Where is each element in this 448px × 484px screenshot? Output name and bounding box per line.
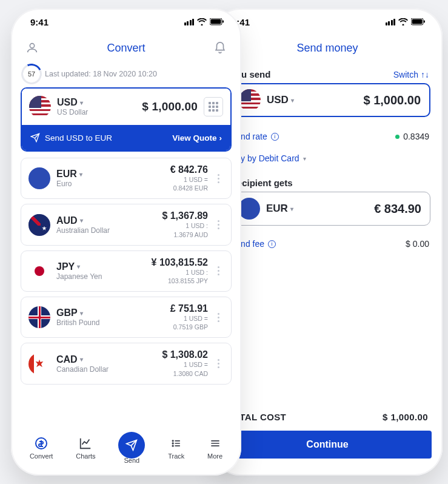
currency-name: Japanese Yen xyxy=(56,272,152,281)
notifications-icon[interactable] xyxy=(212,40,228,56)
you-send-header: You send Switch ↑↓ xyxy=(229,66,430,83)
chevron-right-icon: › xyxy=(219,133,222,143)
svg-rect-5 xyxy=(222,21,224,23)
currency-card-jpy[interactable]: JPY▾Japanese Yen¥ 103,815.521 USD :103.8… xyxy=(21,250,232,292)
svg-rect-2 xyxy=(424,21,425,23)
tab-bar: Convert Charts Send Track More xyxy=(11,428,241,467)
svg-point-8 xyxy=(172,440,173,442)
currency-rate: 1 USD =1.3080 CAD xyxy=(162,360,208,377)
status-icons xyxy=(184,18,225,25)
status-bar: 9:41 xyxy=(212,8,443,35)
battery-icon xyxy=(210,18,224,25)
currency-code[interactable]: GBP▾ xyxy=(56,308,170,318)
svg-rect-1 xyxy=(412,19,423,24)
currency-code[interactable]: CAD▾ xyxy=(56,354,162,365)
currency-rate: 1 USD =0.7519 GBP xyxy=(170,314,208,331)
currency-rate: 1 USD :1.3679 AUD xyxy=(162,221,208,238)
last-updated-text: Last updated: 18 Nov 2020 10:20 xyxy=(45,70,157,78)
switch-button[interactable]: Switch ↑↓ xyxy=(393,70,429,79)
track-icon xyxy=(169,436,184,451)
currency-more-button[interactable] xyxy=(213,266,224,275)
status-bar: 9:41 xyxy=(11,8,241,35)
currency-more-button[interactable] xyxy=(213,313,224,322)
currency-code[interactable]: JPY▾ xyxy=(56,261,152,272)
countdown-timer: 57 xyxy=(23,66,40,82)
recipient-card[interactable]: EUR▾ € 834.90 xyxy=(229,192,430,226)
svg-rect-4 xyxy=(211,19,221,24)
send-banner[interactable]: Send USD to EUR View Quote› xyxy=(22,125,230,150)
currency-amount: £ 751.91 xyxy=(170,303,208,314)
currency-card-gbp[interactable]: GBP▾British Pound£ 751.911 USD =0.7519 G… xyxy=(21,297,232,338)
profile-icon[interactable] xyxy=(24,40,40,56)
currency-card-cad[interactable]: CAD▾Canadian Dollar$ 1,308.021 USD =1.30… xyxy=(21,343,232,384)
currency-amount: ¥ 103,815.52 xyxy=(152,257,208,268)
tab-track[interactable]: Track xyxy=(168,436,184,460)
status-time: 9:41 xyxy=(30,17,48,27)
flag-jp-icon xyxy=(28,260,50,282)
switch-icon: ↑↓ xyxy=(421,70,429,79)
tab-convert[interactable]: Convert xyxy=(30,436,53,460)
send-banner-text: Send USD to EUR xyxy=(45,133,112,143)
send-to-currency[interactable]: EUR▾ xyxy=(266,203,293,215)
base-amount[interactable]: $ 1,000.00 xyxy=(142,100,198,113)
currency-more-button[interactable] xyxy=(213,174,224,183)
chevron-down-icon: ▾ xyxy=(80,99,83,106)
phone-convert: 9:41 Convert 57 Last updated: 18 Nov 202… xyxy=(11,8,241,476)
flag-eu-icon xyxy=(28,167,50,189)
send-fee-value: $ 0.00 xyxy=(406,239,429,249)
flag-us-icon xyxy=(29,96,51,118)
more-icon xyxy=(208,436,222,451)
rate-status-dot xyxy=(395,135,400,139)
base-currency-row[interactable]: USD▾ US Dollar $ 1,000.00 xyxy=(22,89,230,125)
currency-name: Euro xyxy=(56,180,170,188)
nav-title: Send money xyxy=(296,42,358,55)
currency-more-button[interactable] xyxy=(213,220,224,229)
phone-send-money: 9:41 Send money You send Switch ↑↓ USD▾ … xyxy=(212,8,443,476)
battery-icon xyxy=(411,18,426,25)
currency-name: Canadian Dollar xyxy=(56,365,162,374)
send-fee-row: Send feei $ 0.00 xyxy=(229,233,430,255)
send-from-currency[interactable]: USD▾ xyxy=(267,94,294,106)
send-rate-row: Send ratei 0.8349 xyxy=(229,126,430,147)
cellular-icon xyxy=(386,19,396,25)
currency-list: EUR▾Euro€ 842.761 USD =0.8428 EURAUD▾Aus… xyxy=(21,158,232,385)
send-from-amount[interactable]: $ 1,000.00 xyxy=(363,93,421,107)
send-to-amount: € 834.90 xyxy=(374,202,421,216)
send-icon xyxy=(30,133,40,143)
last-updated-row: 57 Last updated: 18 Nov 2020 10:20 xyxy=(21,63,232,87)
flag-ca-icon xyxy=(28,353,50,375)
svg-point-6 xyxy=(30,44,34,48)
flag-eu-icon xyxy=(238,198,260,220)
currency-card-aud[interactable]: AUD▾Australian Dollar$ 1,367.891 USD :1.… xyxy=(21,204,232,245)
pay-method-row[interactable]: Pay by Debit Card▾ xyxy=(229,147,430,169)
info-icon: i xyxy=(268,240,276,248)
you-send-card[interactable]: USD▾ $ 1,000.00 xyxy=(229,83,430,117)
total-cost-row: TOTAL COST $ 1,000.00 xyxy=(224,403,430,431)
currency-amount: $ 1,367.89 xyxy=(162,210,208,221)
pay-method-label: Pay by Debit Card▾ xyxy=(230,153,306,163)
currency-rate: 1 USD =0.8428 EUR xyxy=(170,175,208,192)
currency-code[interactable]: EUR▾ xyxy=(56,169,170,180)
view-quote-link[interactable]: View Quote› xyxy=(172,133,222,143)
send-content: You send Switch ↑↓ USD▾ $ 1,000.00 Send … xyxy=(212,61,443,255)
chevron-down-icon: ▾ xyxy=(290,206,293,212)
currency-amount: € 842.76 xyxy=(170,164,208,175)
tab-send[interactable]: Send xyxy=(118,432,145,464)
currency-code[interactable]: AUD▾ xyxy=(56,215,162,226)
calculator-button[interactable] xyxy=(204,97,223,116)
tab-charts[interactable]: Charts xyxy=(76,436,95,460)
currency-more-button[interactable] xyxy=(213,359,224,368)
chevron-down-icon: ▾ xyxy=(80,217,83,224)
convert-icon xyxy=(34,436,48,451)
wifi-icon xyxy=(197,18,207,25)
tab-more[interactable]: More xyxy=(207,436,222,460)
continue-button[interactable]: Continue xyxy=(223,431,432,459)
info-icon: i xyxy=(271,133,279,141)
cellular-icon xyxy=(184,19,195,25)
send-tab-button[interactable] xyxy=(118,432,145,459)
base-currency-code[interactable]: USD▾ xyxy=(57,97,142,108)
flag-us-icon xyxy=(239,89,261,111)
currency-card-eur[interactable]: EUR▾Euro€ 842.761 USD =0.8428 EUR xyxy=(21,158,232,199)
svg-point-9 xyxy=(172,443,173,444)
wifi-icon xyxy=(398,18,408,25)
